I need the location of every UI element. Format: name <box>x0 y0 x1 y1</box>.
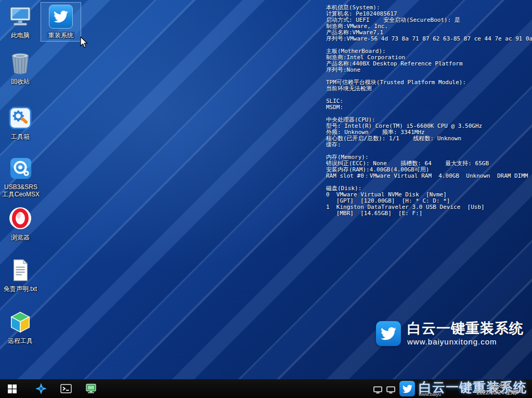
desktop-icon-remote-tool[interactable]: 远程工具 <box>2 310 39 344</box>
desktop-icon-recycle-bin[interactable]: 回收站 <box>2 50 39 85</box>
clock-date: 2022/10/24 星期一 <box>469 389 530 396</box>
system-info-line: 当前环境无法检测 <box>326 86 529 92</box>
mouse-cursor <box>80 36 90 49</box>
brand-url: www.baiyunxitong.com <box>407 337 524 346</box>
desktop-icon-label: 浏览器 <box>11 234 30 241</box>
taskbar-app-shell-button[interactable] <box>33 381 49 396</box>
desktop-icon-label: 回收站 <box>11 78 30 85</box>
desktop-icon-usb3-srs-tool[interactable]: USB3&SRS工具CeoMSX <box>1 156 41 198</box>
taskbar-clock[interactable]: 09:58:45 2022/10/24 星期一 <box>469 382 530 396</box>
desktop-icon-label: USB3&SRS工具CeoMSX <box>2 183 40 198</box>
desktop-wallpaper: 此电脑 重装系统 回收站 <box>0 0 532 379</box>
desktop-icon-this-pc[interactable]: 此电脑 <box>2 4 39 39</box>
system-info-line: 序列号:None <box>326 67 529 73</box>
system-info-line <box>326 92 529 98</box>
gear-wrench-icon <box>8 105 33 130</box>
desktop-icon-label: 工具箱 <box>11 133 30 140</box>
desktop-icon-label: 重装系统 <box>47 32 75 39</box>
opera-ring-icon <box>8 206 33 231</box>
desktop-icon-label: 免责声明.txt <box>4 285 37 293</box>
taskbar-app-explorer-button[interactable] <box>83 381 99 396</box>
system-info-line: SLIC: <box>326 98 529 104</box>
system-info-line: 缓存: <box>326 142 529 148</box>
twitter-bird-icon <box>399 381 415 396</box>
twitter-bird-icon <box>48 4 73 29</box>
desktop-icon-reinstall-system[interactable]: 重装系统 <box>41 3 81 41</box>
computer-monitor-icon <box>8 4 33 29</box>
system-info-line: 核心数(已开启/总数): 1/1 线程数: Unknown <box>326 136 529 142</box>
system-info-line: [MBR] [14.65GB] [E: F:] <box>326 210 529 217</box>
monitor-icon <box>373 386 383 394</box>
system-info-panel: 本机信息(System):计算机名: Pe1024085617启动方式: UEF… <box>326 5 529 217</box>
taskbar: 白云一键重装系统 www.baiyu 09:58:45 2022/10/24 星… <box>0 379 532 398</box>
desktop-icon-disclaimer-txt[interactable]: 免责声明.txt <box>2 258 39 293</box>
tray-display-icons[interactable] <box>373 386 396 394</box>
desktop-icon-browser[interactable]: 浏览器 <box>2 206 39 241</box>
brand-title: 白云一键重装系统 <box>407 321 524 336</box>
brand-logo: 白云一键重装系统 www.baiyunxitong.com <box>376 321 524 346</box>
system-info-line: MSDM: <box>326 104 529 111</box>
system-info-line: RAM slot #0：VMware Virtual RAM 4.00GB Un… <box>326 173 529 179</box>
color-cube-icon <box>8 310 33 335</box>
text-file-icon <box>8 258 33 283</box>
blue-star-icon <box>35 382 47 395</box>
desktop-icon-label: 此电脑 <box>11 32 30 39</box>
desktop-icon-label: 远程工具 <box>8 337 33 344</box>
recycle-bin-icon <box>8 50 33 75</box>
desktop-icon-toolbox[interactable]: 工具箱 <box>2 105 39 140</box>
twitter-bird-icon <box>376 321 401 346</box>
blue-ring-gear-icon <box>8 156 33 181</box>
monitor-icon <box>386 386 396 394</box>
system-info-line: 序列号:VMware-56 4d 73 8a 71 87 62 63-85 87… <box>326 36 529 42</box>
green-computer-icon <box>85 382 97 395</box>
start-button[interactable] <box>0 379 24 398</box>
taskbar-app-cmd-button[interactable] <box>58 381 74 396</box>
clock-time: 09:58:45 <box>469 382 530 389</box>
command-prompt-icon <box>60 382 72 395</box>
windows-logo-icon <box>8 384 17 393</box>
